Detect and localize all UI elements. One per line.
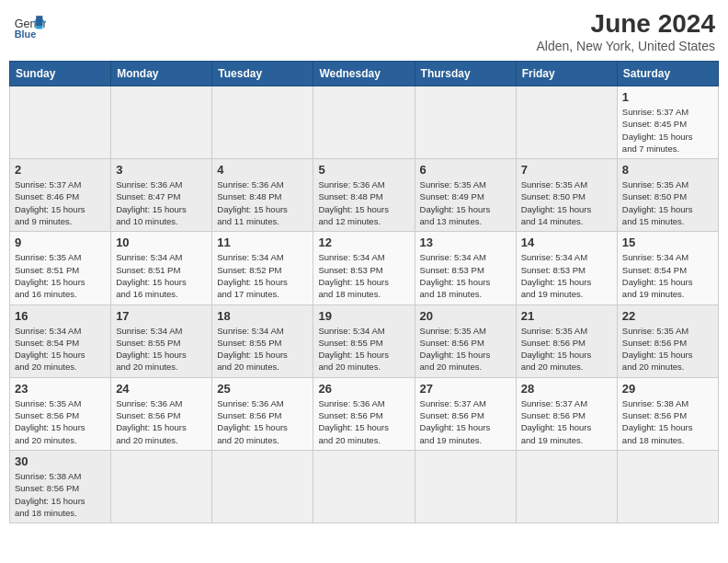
day-number: 22 xyxy=(622,309,713,323)
day-number: 11 xyxy=(217,236,308,249)
day-info: Sunrise: 5:37 AMSunset: 8:56 PMDaylight:… xyxy=(420,397,511,446)
day-number: 6 xyxy=(420,163,511,177)
day-number: 1 xyxy=(622,90,713,104)
calendar-day-cell xyxy=(212,86,313,159)
day-info: Sunrise: 5:34 AMSunset: 8:54 PMDaylight:… xyxy=(622,251,713,300)
calendar-day-cell: 3Sunrise: 5:36 AMSunset: 8:47 PMDaylight… xyxy=(111,159,212,232)
calendar-day-cell: 1Sunrise: 5:37 AMSunset: 8:45 PMDaylight… xyxy=(617,86,718,159)
day-number: 16 xyxy=(15,309,106,323)
day-number: 14 xyxy=(521,236,612,249)
calendar-day-cell: 4Sunrise: 5:36 AMSunset: 8:48 PMDaylight… xyxy=(212,159,313,232)
day-number: 28 xyxy=(521,382,612,396)
calendar-day-cell: 19Sunrise: 5:34 AMSunset: 8:55 PMDayligh… xyxy=(313,304,415,377)
calendar-day-cell: 17Sunrise: 5:34 AMSunset: 8:55 PMDayligh… xyxy=(111,304,212,377)
day-info: Sunrise: 5:35 AMSunset: 8:56 PMDaylight:… xyxy=(521,325,612,373)
day-number: 12 xyxy=(318,236,409,249)
weekday-header: Tuesday xyxy=(212,62,313,86)
calendar-day-cell: 2Sunrise: 5:37 AMSunset: 8:46 PMDaylight… xyxy=(10,159,111,232)
day-info: Sunrise: 5:36 AMSunset: 8:48 PMDaylight:… xyxy=(318,178,409,227)
day-info: Sunrise: 5:34 AMSunset: 8:52 PMDaylight:… xyxy=(217,251,308,300)
calendar-day-cell: 16Sunrise: 5:34 AMSunset: 8:54 PMDayligh… xyxy=(10,304,111,377)
day-info: Sunrise: 5:35 AMSunset: 8:50 PMDaylight:… xyxy=(622,178,713,227)
calendar-week-row: 30Sunrise: 5:38 AMSunset: 8:56 PMDayligh… xyxy=(10,450,719,523)
svg-marker-3 xyxy=(36,16,42,26)
weekday-header: Friday xyxy=(516,62,617,86)
day-number: 15 xyxy=(622,236,713,249)
svg-text:Blue: Blue xyxy=(15,29,36,40)
day-info: Sunrise: 5:35 AMSunset: 8:56 PMDaylight:… xyxy=(622,325,713,373)
calendar-day-cell: 24Sunrise: 5:36 AMSunset: 8:56 PMDayligh… xyxy=(111,377,212,450)
calendar-day-cell: 8Sunrise: 5:35 AMSunset: 8:50 PMDaylight… xyxy=(617,159,718,232)
day-info: Sunrise: 5:36 AMSunset: 8:56 PMDaylight:… xyxy=(116,397,207,446)
calendar-week-row: 16Sunrise: 5:34 AMSunset: 8:54 PMDayligh… xyxy=(10,304,719,377)
calendar-day-cell: 12Sunrise: 5:34 AMSunset: 8:53 PMDayligh… xyxy=(313,232,415,304)
day-info: Sunrise: 5:35 AMSunset: 8:56 PMDaylight:… xyxy=(15,397,106,446)
calendar-week-row: 1Sunrise: 5:37 AMSunset: 8:45 PMDaylight… xyxy=(10,86,719,159)
logo: General Blue xyxy=(13,9,46,42)
calendar-day-cell: 23Sunrise: 5:35 AMSunset: 8:56 PMDayligh… xyxy=(10,377,111,450)
day-info: Sunrise: 5:34 AMSunset: 8:54 PMDaylight:… xyxy=(15,325,106,373)
day-info: Sunrise: 5:38 AMSunset: 8:56 PMDaylight:… xyxy=(622,397,713,446)
day-number: 20 xyxy=(420,309,511,323)
calendar-day-cell: 13Sunrise: 5:34 AMSunset: 8:53 PMDayligh… xyxy=(415,232,516,304)
calendar-day-cell xyxy=(415,86,516,159)
day-info: Sunrise: 5:34 AMSunset: 8:51 PMDaylight:… xyxy=(116,251,207,300)
day-info: Sunrise: 5:35 AMSunset: 8:51 PMDaylight:… xyxy=(15,251,106,300)
day-number: 7 xyxy=(521,163,612,177)
calendar-day-cell: 5Sunrise: 5:36 AMSunset: 8:48 PMDaylight… xyxy=(313,159,415,232)
day-number: 18 xyxy=(217,309,308,323)
day-info: Sunrise: 5:34 AMSunset: 8:53 PMDaylight:… xyxy=(318,251,409,300)
calendar-day-cell: 28Sunrise: 5:37 AMSunset: 8:56 PMDayligh… xyxy=(516,377,617,450)
calendar-week-row: 23Sunrise: 5:35 AMSunset: 8:56 PMDayligh… xyxy=(10,377,719,450)
day-number: 10 xyxy=(116,236,207,249)
day-info: Sunrise: 5:36 AMSunset: 8:47 PMDaylight:… xyxy=(116,178,207,227)
day-info: Sunrise: 5:34 AMSunset: 8:53 PMDaylight:… xyxy=(420,251,511,300)
calendar-day-cell xyxy=(516,86,617,159)
day-number: 5 xyxy=(318,163,409,177)
calendar-day-cell: 29Sunrise: 5:38 AMSunset: 8:56 PMDayligh… xyxy=(617,377,718,450)
day-number: 9 xyxy=(15,236,106,249)
calendar-table: SundayMondayTuesdayWednesdayThursdayFrid… xyxy=(9,61,719,523)
weekday-header-row: SundayMondayTuesdayWednesdayThursdayFrid… xyxy=(10,62,719,86)
calendar-week-row: 9Sunrise: 5:35 AMSunset: 8:51 PMDaylight… xyxy=(10,232,719,304)
calendar-subtitle: Alden, New York, United States xyxy=(536,39,715,53)
day-info: Sunrise: 5:35 AMSunset: 8:49 PMDaylight:… xyxy=(420,178,511,227)
day-info: Sunrise: 5:35 AMSunset: 8:50 PMDaylight:… xyxy=(521,178,612,227)
day-info: Sunrise: 5:37 AMSunset: 8:56 PMDaylight:… xyxy=(521,397,612,446)
day-number: 26 xyxy=(318,382,409,396)
day-info: Sunrise: 5:35 AMSunset: 8:56 PMDaylight:… xyxy=(420,325,511,373)
calendar-week-row: 2Sunrise: 5:37 AMSunset: 8:46 PMDaylight… xyxy=(10,159,719,232)
calendar-day-cell xyxy=(516,450,617,523)
day-number: 17 xyxy=(116,309,207,323)
calendar-day-cell: 26Sunrise: 5:36 AMSunset: 8:56 PMDayligh… xyxy=(313,377,415,450)
day-number: 4 xyxy=(217,163,308,177)
day-number: 25 xyxy=(217,382,308,396)
day-info: Sunrise: 5:37 AMSunset: 8:46 PMDaylight:… xyxy=(15,178,106,227)
day-number: 23 xyxy=(15,382,106,396)
weekday-header: Saturday xyxy=(617,62,718,86)
calendar-day-cell: 20Sunrise: 5:35 AMSunset: 8:56 PMDayligh… xyxy=(415,304,516,377)
day-number: 3 xyxy=(116,163,207,177)
day-info: Sunrise: 5:34 AMSunset: 8:55 PMDaylight:… xyxy=(217,325,308,373)
day-number: 8 xyxy=(622,163,713,177)
calendar-day-cell: 7Sunrise: 5:35 AMSunset: 8:50 PMDaylight… xyxy=(516,159,617,232)
calendar-day-cell xyxy=(313,86,415,159)
weekday-header: Monday xyxy=(111,62,212,86)
calendar-day-cell: 21Sunrise: 5:35 AMSunset: 8:56 PMDayligh… xyxy=(516,304,617,377)
day-info: Sunrise: 5:38 AMSunset: 8:56 PMDaylight:… xyxy=(15,470,106,519)
calendar-day-cell xyxy=(10,86,111,159)
calendar-day-cell: 22Sunrise: 5:35 AMSunset: 8:56 PMDayligh… xyxy=(617,304,718,377)
calendar-day-cell: 6Sunrise: 5:35 AMSunset: 8:49 PMDaylight… xyxy=(415,159,516,232)
calendar-day-cell: 25Sunrise: 5:36 AMSunset: 8:56 PMDayligh… xyxy=(212,377,313,450)
calendar-day-cell: 11Sunrise: 5:34 AMSunset: 8:52 PMDayligh… xyxy=(212,232,313,304)
calendar-day-cell: 10Sunrise: 5:34 AMSunset: 8:51 PMDayligh… xyxy=(111,232,212,304)
weekday-header: Sunday xyxy=(10,62,111,86)
header: General Blue June 2024 Alden, New York, … xyxy=(9,9,719,53)
calendar-day-cell: 15Sunrise: 5:34 AMSunset: 8:54 PMDayligh… xyxy=(617,232,718,304)
weekday-header: Wednesday xyxy=(313,62,415,86)
day-info: Sunrise: 5:36 AMSunset: 8:48 PMDaylight:… xyxy=(217,178,308,227)
calendar-day-cell xyxy=(212,450,313,523)
day-info: Sunrise: 5:36 AMSunset: 8:56 PMDaylight:… xyxy=(318,397,409,446)
calendar-day-cell xyxy=(415,450,516,523)
calendar-day-cell xyxy=(617,450,718,523)
